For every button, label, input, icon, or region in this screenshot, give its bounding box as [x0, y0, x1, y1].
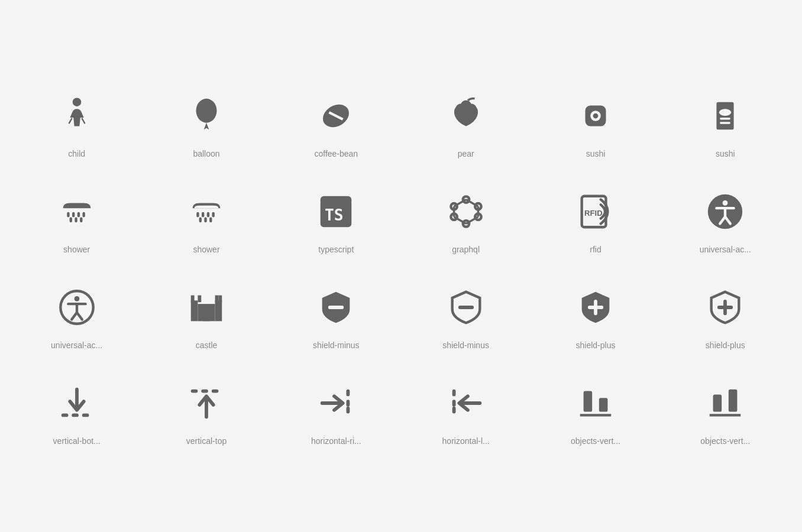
horizontal-l-label: horizontal-l...: [442, 436, 490, 446]
universal-ac2-label: universal-ac...: [51, 340, 102, 350]
shield-plus-solid-icon: [572, 284, 619, 331]
icon-cell-balloon[interactable]: balloon: [141, 74, 271, 170]
icon-cell-typescript[interactable]: TS typescript: [271, 170, 401, 266]
objects-vert2-icon: [701, 379, 749, 427]
pear-icon: [442, 92, 490, 140]
icon-cell-objects-vert1[interactable]: objects-vert...: [531, 362, 660, 458]
coffee-bean-label: coffee-bean: [314, 149, 358, 158]
child-icon: [53, 92, 101, 140]
svg-rect-51: [191, 300, 198, 321]
svg-rect-58: [218, 296, 222, 303]
svg-text:RFID: RFID: [584, 209, 603, 218]
icon-cell-rfid[interactable]: RFID rfid: [531, 170, 660, 266]
svg-rect-55: [198, 296, 201, 303]
icon-cell-sushi2[interactable]: sushi: [661, 74, 790, 170]
shield-minus-solid-icon: [312, 284, 360, 331]
icon-cell-sushi1[interactable]: sushi: [531, 74, 660, 170]
castle-label: castle: [196, 340, 218, 350]
pear-label: pear: [458, 149, 474, 158]
vertical-bot-label: vertical-bot...: [53, 436, 101, 446]
svg-rect-8: [720, 122, 731, 124]
icon-cell-shield-minus2[interactable]: shield-minus: [401, 266, 531, 362]
rfid-label: rfid: [590, 245, 601, 254]
typescript-icon: TS: [312, 188, 360, 235]
shield-plus1-label: shield-plus: [576, 340, 616, 350]
rfid-icon: RFID: [572, 188, 619, 235]
svg-point-40: [723, 200, 728, 206]
svg-rect-81: [584, 391, 593, 412]
svg-text:TS: TS: [325, 206, 344, 224]
universal-ac1-label: universal-ac...: [700, 245, 751, 254]
graphql-icon: [442, 188, 490, 235]
icon-cell-horizontal-ri[interactable]: horizontal-ri...: [271, 362, 401, 458]
icon-cell-vertical-top[interactable]: vertical-top: [141, 362, 271, 458]
icon-cell-coffee-bean[interactable]: coffee-bean: [271, 74, 401, 170]
sushi-paper-icon: [701, 92, 749, 140]
icon-cell-shield-plus2[interactable]: shield-plus: [661, 266, 790, 362]
svg-rect-84: [713, 394, 722, 411]
icon-cell-child[interactable]: child: [12, 74, 141, 170]
balloon-icon: [183, 92, 230, 140]
child-label: child: [68, 149, 85, 158]
objects-vert1-icon: [572, 379, 619, 427]
svg-point-5: [593, 113, 599, 119]
balloon-label: balloon: [193, 149, 219, 158]
icon-cell-shower1[interactable]: shower: [12, 170, 141, 266]
icon-cell-objects-vert2[interactable]: objects-vert...: [661, 362, 790, 458]
icon-cell-graphql[interactable]: graphql: [401, 170, 531, 266]
shield-minus-outline-icon: [442, 284, 490, 331]
svg-point-1: [196, 99, 216, 123]
coffee-bean-icon: [312, 92, 360, 140]
shield-plus-outline-icon: [701, 284, 749, 331]
sushi1-label: sushi: [586, 149, 606, 158]
svg-rect-52: [215, 300, 222, 321]
shower2-label: shower: [193, 245, 219, 254]
svg-rect-85: [729, 390, 738, 412]
universal-access-outline-icon: [53, 284, 101, 331]
horizontal-ri-label: horizontal-ri...: [311, 436, 361, 446]
svg-line-50: [77, 313, 82, 320]
icon-cell-universal-ac2[interactable]: universal-ac...: [12, 266, 141, 362]
svg-rect-54: [191, 296, 195, 303]
svg-rect-82: [599, 398, 608, 411]
icon-grid: child balloon coffee-bean pear: [12, 74, 790, 458]
shield-minus1-label: shield-minus: [313, 340, 360, 350]
sushi-roll-icon: [572, 92, 619, 140]
svg-rect-56: [215, 296, 219, 303]
svg-point-6: [719, 109, 731, 116]
vertical-top-label: vertical-top: [186, 436, 227, 446]
svg-point-0: [72, 98, 81, 106]
icon-cell-shower2[interactable]: shower: [141, 170, 271, 266]
shield-plus2-label: shield-plus: [706, 340, 745, 350]
objects-vert1-label: objects-vert...: [571, 436, 620, 446]
shower-solid-icon: [53, 188, 101, 235]
shield-minus2-label: shield-minus: [442, 340, 489, 350]
universal-access-solid-icon: [701, 188, 749, 235]
icon-cell-castle[interactable]: castle: [141, 266, 271, 362]
icon-cell-vertical-bot[interactable]: vertical-bot...: [12, 362, 141, 458]
shower1-label: shower: [63, 245, 90, 254]
castle-icon: [183, 284, 230, 331]
typescript-label: typescript: [318, 245, 354, 254]
icon-cell-horizontal-l[interactable]: horizontal-l...: [401, 362, 531, 458]
horizontal-right-icon: [312, 379, 360, 427]
svg-rect-7: [720, 118, 731, 120]
icon-cell-universal-ac1[interactable]: universal-ac...: [661, 170, 790, 266]
icon-cell-shield-plus1[interactable]: shield-plus: [531, 266, 660, 362]
shower-outline-icon: [183, 188, 230, 235]
sushi2-label: sushi: [716, 149, 735, 158]
vertical-bottom-icon: [53, 379, 101, 427]
vertical-top-icon: [183, 379, 230, 427]
svg-point-46: [74, 296, 79, 301]
objects-vert2-label: objects-vert...: [700, 436, 750, 446]
graphql-label: graphql: [452, 245, 480, 254]
horizontal-left-icon: [442, 379, 490, 427]
icon-cell-shield-minus1[interactable]: shield-minus: [271, 266, 401, 362]
icon-cell-pear[interactable]: pear: [401, 74, 531, 170]
